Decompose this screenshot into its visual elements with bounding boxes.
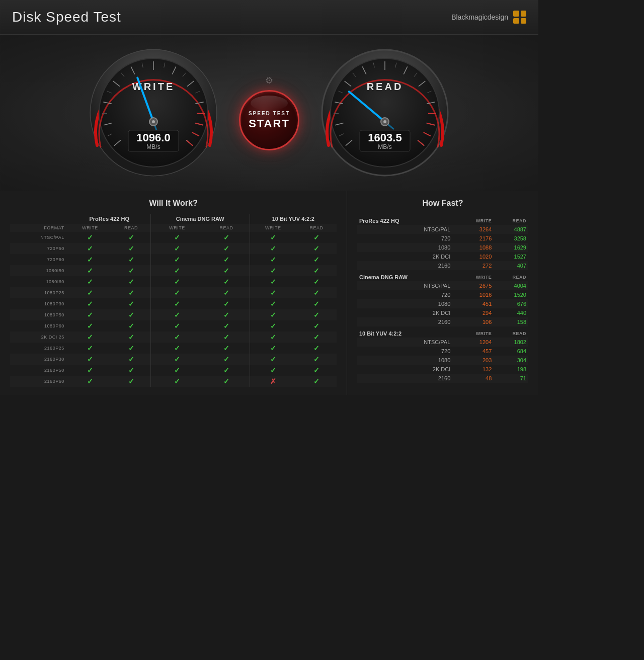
read-value: 1802 xyxy=(495,338,528,347)
format-label: 2160p30 xyxy=(10,354,68,365)
speed-row-label: 720 xyxy=(357,234,455,243)
brand-name: Blackmagicdesign xyxy=(451,13,508,21)
brand-icon xyxy=(513,11,526,24)
check-cell: ✓ xyxy=(150,376,203,387)
check-cell: ✓ xyxy=(203,276,250,287)
read-value: 407 xyxy=(495,261,528,270)
format-label: NTSC/PAL xyxy=(10,232,68,243)
check-cell: ✓ xyxy=(112,320,150,332)
format-label: 720p60 xyxy=(10,254,68,265)
check-cell: ✓ xyxy=(112,354,150,365)
read-value: 304 xyxy=(495,356,528,365)
check-cell: ✓ xyxy=(296,254,337,265)
check-cell: ✓ xyxy=(112,276,150,287)
subh-c2r: READ xyxy=(203,224,250,232)
check-cell: ✓ xyxy=(250,365,296,376)
check-cell: ✓ xyxy=(68,365,112,376)
read-value: 1527 xyxy=(495,252,528,261)
check-cell: ✓ xyxy=(112,343,150,354)
write-value: 1204 xyxy=(455,338,495,347)
speed-row-label: 2K DCI xyxy=(357,308,455,317)
check-cell: ✓ xyxy=(150,265,203,276)
svg-text:MB/s: MB/s xyxy=(378,143,391,150)
codec3-header: 10 Bit YUV 4:2:2 xyxy=(250,214,337,224)
check-cell: ✓ xyxy=(296,309,337,320)
check-cell: ✓ xyxy=(150,332,203,343)
check-cell: ✓ xyxy=(203,243,250,254)
format-label: 2K DCI 25 xyxy=(10,332,68,343)
speed-row-label: 1080 xyxy=(357,356,455,365)
write-value: 1088 xyxy=(455,243,495,252)
format-label: 1080p60 xyxy=(10,320,68,332)
check-cell: ✓ xyxy=(112,232,150,243)
check-cell: ✓ xyxy=(296,232,337,243)
check-cell: ✓ xyxy=(112,254,150,265)
speed-row-label: NTSC/PAL xyxy=(357,225,455,234)
check-cell: ✓ xyxy=(68,287,112,298)
format-label: 1080i60 xyxy=(10,276,68,287)
codec-section-title: ProRes 422 HQ xyxy=(357,214,455,225)
check-cell: ✓ xyxy=(150,309,203,320)
read-value: 198 xyxy=(495,365,528,374)
check-cell: ✓ xyxy=(250,332,296,343)
speed-row-label: NTSC/PAL xyxy=(357,338,455,347)
write-col-header: WRITE xyxy=(455,326,495,338)
read-value: 1520 xyxy=(495,290,528,299)
read-value: 3258 xyxy=(495,234,528,243)
gauges-section: WRITE 1096.0 MB/s ⚙ SPEED TEST xyxy=(0,35,538,191)
check-cell: ✓ xyxy=(112,365,150,376)
check-cell: ✓ xyxy=(112,243,150,254)
format-label: 1080p25 xyxy=(10,287,68,298)
subh-c1r: READ xyxy=(112,224,150,232)
format-label: 1080i50 xyxy=(10,265,68,276)
check-cell: ✓ xyxy=(150,287,203,298)
check-cell: ✓ xyxy=(250,276,296,287)
svg-point-63 xyxy=(383,120,386,123)
app-header: Disk Speed Test Blackmagicdesign xyxy=(0,0,538,35)
write-value: 1020 xyxy=(455,252,495,261)
brand-area: Blackmagicdesign xyxy=(451,11,526,24)
read-value: 676 xyxy=(495,299,528,308)
check-cell: ✓ xyxy=(203,365,250,376)
left-panel: Will It Work? ProRes 422 HQ Cinema DNG R… xyxy=(0,191,347,395)
codec2-header: Cinema DNG RAW xyxy=(150,214,250,224)
speed-row-label: 2K DCI xyxy=(357,365,455,374)
speed-row-label: 1080 xyxy=(357,299,455,308)
check-cell: ✓ xyxy=(112,309,150,320)
speed-row-label: 1080 xyxy=(357,243,455,252)
check-cell: ✓ xyxy=(68,332,112,343)
check-cell: ✓ xyxy=(68,376,112,387)
brand-icon-sq-2 xyxy=(521,11,527,17)
check-cell: ✓ xyxy=(250,287,296,298)
format-label: 1080p30 xyxy=(10,298,68,309)
settings-icon[interactable]: ⚙ xyxy=(265,75,273,86)
check-cell: ✓ xyxy=(296,376,337,387)
format-col-header: FORMAT xyxy=(10,224,68,232)
write-col-header: WRITE xyxy=(455,270,495,281)
svg-text:MB/s: MB/s xyxy=(146,143,160,150)
check-cell: ✓ xyxy=(150,320,203,332)
read-value: 440 xyxy=(495,308,528,317)
read-col-header: READ xyxy=(495,214,528,225)
check-cell: ✓ xyxy=(203,287,250,298)
check-cell: ✓ xyxy=(68,232,112,243)
check-cell: ✓ xyxy=(250,354,296,365)
right-panel: How Fast? ProRes 422 HQ WRITE READ NTSC/… xyxy=(347,191,538,395)
check-cell: ✓ xyxy=(296,298,337,309)
check-cell: ✓ xyxy=(296,287,337,298)
app-title: Disk Speed Test xyxy=(12,9,121,25)
start-button-top-text: SPEED TEST xyxy=(249,111,290,116)
check-cell: ✓ xyxy=(296,320,337,332)
start-button[interactable]: SPEED TEST START xyxy=(239,90,299,150)
check-cell: ✓ xyxy=(296,343,337,354)
check-cell: ✓ xyxy=(203,298,250,309)
check-cell: ✓ xyxy=(296,365,337,376)
brand-icon-sq-3 xyxy=(513,18,519,24)
check-cell: ✓ xyxy=(250,298,296,309)
check-cell: ✓ xyxy=(150,343,203,354)
format-label: 1080p50 xyxy=(10,309,68,320)
check-cell: ✓ xyxy=(296,276,337,287)
speed-row-label: 2K DCI xyxy=(357,252,455,261)
read-value: 4887 xyxy=(495,225,528,234)
write-value: 2675 xyxy=(455,281,495,290)
